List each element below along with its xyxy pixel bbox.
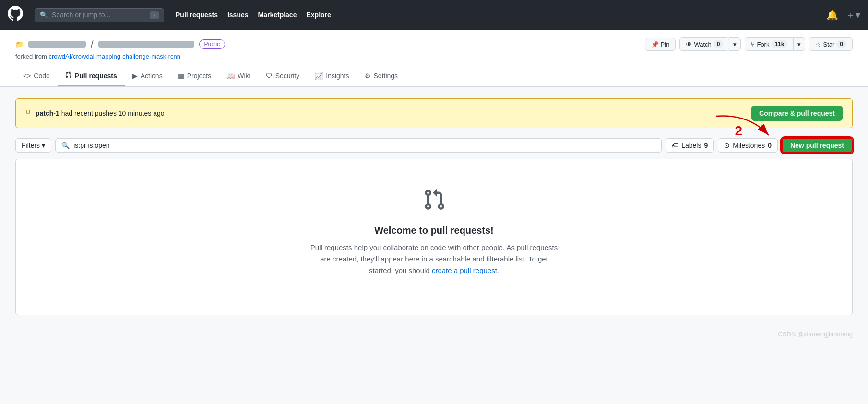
watermark: CSDN @xiamengjiaomeng [0, 327, 868, 342]
repo-name-blurred [98, 41, 194, 48]
search-shortcut: / [150, 11, 159, 19]
repo-owner-blurred [28, 41, 86, 48]
empty-state: Welcome to pull requests! Pull requests … [16, 159, 852, 315]
tab-code[interactable]: <> Code [15, 66, 58, 86]
repo-actions: 📌 Pin 👁 Watch 0 ▾ ⑂ Fork 11k ▾ [645, 37, 853, 51]
milestone-icon: ⊙ [724, 142, 730, 149]
watch-button[interactable]: 👁 Watch 0 [679, 37, 729, 51]
nav-marketplace[interactable]: Marketplace [258, 11, 297, 19]
chevron-down-icon: ▾ [42, 142, 45, 149]
create-pr-link[interactable]: create a pull request [432, 266, 497, 274]
tab-actions[interactable]: ▶ Actions [125, 66, 170, 86]
main-content: ⑂ patch-1 had recent pushes 10 minutes a… [0, 87, 868, 327]
milestones-button[interactable]: ⊙ Milestones 0 [718, 138, 778, 153]
search-input[interactable] [73, 142, 655, 149]
compare-pull-request-button[interactable]: Compare & pull request [751, 106, 843, 121]
watch-group: 👁 Watch 0 ▾ [679, 37, 741, 51]
repo-tabs: <> Code Pull requests ▶ Actions ▦ Projec… [15, 66, 853, 86]
new-pull-request-button[interactable]: New pull request [782, 138, 853, 153]
fork-dropdown[interactable]: ▾ [794, 37, 805, 51]
search-input-icon: 🔍 [61, 142, 70, 149]
eye-icon: 👁 [686, 41, 692, 48]
repo-icon: 📁 [15, 40, 24, 48]
star-icon: ☆ [815, 41, 821, 48]
fork-group: ⑂ Fork 11k ▾ [745, 37, 805, 51]
pr-list-container: Welcome to pull requests! Pull requests … [15, 159, 853, 315]
nav-issues[interactable]: Issues [227, 11, 249, 19]
projects-icon: ▦ [178, 72, 184, 80]
tab-projects[interactable]: ▦ Projects [170, 66, 219, 86]
annotation-area: 2 Filters ▾ 🔍 🏷 Labels 9 [15, 138, 853, 153]
nav-explore[interactable]: Explore [306, 11, 331, 19]
code-icon: <> [23, 72, 31, 80]
filter-row: Filters ▾ 🔍 🏷 Labels 9 ⊙ Milestones 0 Ne… [15, 138, 853, 153]
nav-pull-requests[interactable]: Pull requests [176, 11, 218, 19]
search-icon: 🔍 [40, 11, 48, 19]
search-placeholder: Search or jump to... [52, 11, 110, 19]
actions-icon: ▶ [132, 72, 138, 80]
watch-dropdown[interactable]: ▾ [729, 37, 741, 51]
star-group: ☆ Star 0 [809, 37, 853, 51]
repo-separator: / [91, 39, 94, 50]
fork-icon: ⑂ [751, 41, 755, 48]
global-search[interactable]: 🔍 Search or jump to... / [35, 8, 164, 22]
filters-button[interactable]: Filters ▾ [15, 138, 51, 153]
security-icon: 🛡 [266, 72, 273, 80]
empty-pr-icon [423, 188, 446, 215]
labels-button[interactable]: 🏷 Labels 9 [666, 138, 714, 153]
search-input-container[interactable]: 🔍 [55, 138, 662, 153]
tab-wiki[interactable]: 📖 Wiki [219, 66, 258, 86]
empty-state-description: Pull requests help you collaborate on co… [309, 242, 559, 276]
tab-settings[interactable]: ⚙ Settings [357, 66, 406, 86]
notification-bell-icon[interactable]: 🔔 [826, 9, 838, 21]
pin-button[interactable]: 📌 Pin [645, 38, 676, 51]
branch-icon: ⑂ [25, 108, 31, 119]
create-new-icon[interactable]: ＋▾ [846, 9, 860, 22]
tab-security[interactable]: 🛡 Security [258, 66, 308, 86]
notification-banner: ⑂ patch-1 had recent pushes 10 minutes a… [15, 98, 853, 128]
settings-icon: ⚙ [365, 72, 371, 80]
empty-state-heading: Welcome to pull requests! [374, 225, 494, 236]
insights-icon: 📈 [315, 72, 323, 80]
fork-button[interactable]: ⑂ Fork 11k [745, 37, 794, 51]
annotation-number: 2 [735, 123, 742, 139]
branch-name: patch-1 [36, 109, 59, 117]
forked-from-link[interactable]: crowdAI/crowdai-mapping-challenge-mask-r… [48, 53, 180, 60]
tab-pull-requests[interactable]: Pull requests [58, 66, 125, 86]
tag-icon: 🏷 [672, 142, 678, 149]
pin-icon: 📌 [651, 41, 659, 48]
top-nav-actions: 🔔 ＋▾ [826, 9, 860, 22]
pr-icon [65, 71, 72, 80]
repo-header: 📁 / Public 📌 Pin 👁 Watch 0 ▾ [0, 30, 868, 87]
github-logo-icon[interactable] [8, 6, 23, 24]
public-badge: Public [199, 39, 226, 49]
notification-text: patch-1 had recent pushes 10 minutes ago [36, 109, 747, 117]
repo-title-row: 📁 / Public 📌 Pin 👁 Watch 0 ▾ [15, 37, 853, 51]
top-nav-links: Pull requests Issues Marketplace Explore [176, 11, 331, 19]
wiki-icon: 📖 [226, 72, 235, 80]
top-navigation: 🔍 Search or jump to... / Pull requests I… [0, 0, 868, 30]
star-button[interactable]: ☆ Star 0 [809, 37, 853, 51]
tab-insights[interactable]: 📈 Insights [307, 66, 357, 86]
forked-from: forked from crowdAI/crowdai-mapping-chal… [15, 53, 853, 60]
